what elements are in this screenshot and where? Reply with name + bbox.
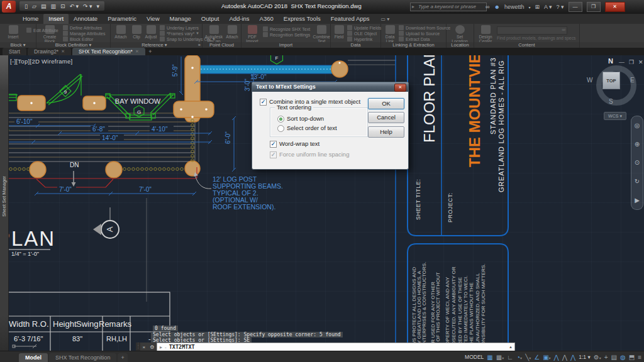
content-search-input[interactable]: ∞ bbox=[497, 26, 567, 35]
new-layout-button[interactable]: + bbox=[118, 353, 127, 362]
panel-label-point-cloud[interactable]: Point Cloud bbox=[203, 42, 241, 48]
select-order-radio[interactable] bbox=[277, 125, 284, 132]
recent-commands-icon[interactable]: ▸ bbox=[160, 344, 162, 350]
viewcube-top-face[interactable]: TOP bbox=[602, 72, 620, 89]
tab-view[interactable]: View bbox=[142, 14, 164, 24]
file-tab-start[interactable]: Start bbox=[3, 48, 26, 55]
panel-label-content[interactable]: Content bbox=[474, 42, 579, 48]
isolate-objects-icon[interactable]: ▤ bbox=[611, 354, 617, 361]
autodesk-app-icon[interactable]: A ▾ bbox=[544, 4, 552, 10]
content-search-icon[interactable]: ∞ bbox=[562, 27, 565, 33]
design-center-button[interactable]: Design Center bbox=[477, 25, 494, 43]
autoscale-icon[interactable]: ⋀ bbox=[562, 354, 567, 361]
viewcube-north[interactable]: N bbox=[608, 57, 613, 65]
extract-data-button[interactable]: Extract Data bbox=[399, 36, 450, 41]
annotation-scale-value[interactable]: 1:1 ▾ bbox=[579, 354, 590, 360]
pan-icon[interactable]: ⊕ bbox=[635, 141, 640, 148]
tab-home[interactable]: Home bbox=[18, 14, 43, 24]
panel-label-linking-extraction[interactable]: Linking & Extraction bbox=[381, 42, 446, 48]
showmotion-icon[interactable]: ▶ bbox=[635, 197, 640, 204]
panel-expand-icon[interactable]: » bbox=[198, 42, 201, 48]
snap-mode-icon[interactable]: ▦ bbox=[487, 354, 492, 361]
signed-in-user[interactable]: hewetth bbox=[504, 4, 525, 10]
save-icon[interactable]: ▤ bbox=[41, 3, 47, 9]
viewport-menu[interactable]: [-] bbox=[10, 58, 16, 65]
tab-featured-apps[interactable]: Featured Apps bbox=[326, 14, 375, 24]
orbit-icon[interactable]: ↻ bbox=[635, 178, 640, 185]
tab-annotate[interactable]: Annotate bbox=[69, 14, 103, 24]
sort-top-down-radio[interactable] bbox=[277, 116, 284, 123]
viewcube-south[interactable]: S bbox=[609, 98, 613, 105]
user-dropdown-icon[interactable]: ▾ bbox=[528, 5, 530, 9]
close-tab-icon[interactable]: ✕ bbox=[135, 49, 139, 54]
annotation-visibility-icon[interactable]: ⋀ bbox=[554, 354, 559, 361]
maximize-button[interactable]: ❐ bbox=[587, 2, 601, 12]
insert-block-button[interactable]: Insert bbox=[3, 25, 24, 39]
ok-button[interactable]: OK bbox=[368, 98, 404, 109]
attach-button[interactable]: Attach bbox=[113, 25, 128, 39]
panel-label-block-definition[interactable]: Block Definition ▾ bbox=[36, 42, 110, 48]
recognize-shx-text-button[interactable]: Recognize SHX Text bbox=[263, 26, 310, 31]
dialog-close-button[interactable]: ✕ bbox=[394, 84, 406, 92]
tab-manage[interactable]: Manage bbox=[165, 14, 196, 24]
panel-label-location[interactable]: Location bbox=[447, 42, 474, 48]
recognition-settings-button[interactable]: Recognition Settings bbox=[263, 32, 310, 37]
word-wrap-checkbox[interactable]: ✓ bbox=[270, 141, 277, 148]
ribbon-display-toggle-icon[interactable]: ▭ ▾ bbox=[381, 16, 390, 24]
viewcube-east[interactable]: E bbox=[630, 77, 635, 84]
panel-label-reference[interactable]: Reference ▾ » bbox=[111, 42, 202, 48]
search-go-icon[interactable]: ▸ bbox=[412, 3, 414, 11]
combine-text-button[interactable]: Combine Text bbox=[313, 25, 330, 43]
tab-output[interactable]: Output bbox=[196, 14, 225, 24]
undo-icon[interactable]: ↶ ▾ bbox=[69, 3, 79, 9]
viewport-controls[interactable]: [-][Top][2D Wireframe] bbox=[10, 58, 73, 65]
create-block-button[interactable]: Create Block bbox=[39, 25, 60, 43]
open-file-icon[interactable]: ▱ bbox=[32, 3, 36, 9]
hyperlink-button[interactable]: Hyperlink bbox=[347, 36, 381, 41]
attach-pointcloud-button[interactable]: Attach bbox=[225, 25, 239, 39]
close-tab-icon[interactable]: ✕ bbox=[61, 49, 65, 54]
qat-customize-icon[interactable]: ▾ bbox=[97, 3, 100, 9]
annotation-scale-icon[interactable]: ⋀ bbox=[570, 354, 575, 361]
new-drawing-tab-button[interactable]: + bbox=[147, 48, 154, 55]
download-from-source-button[interactable]: Download from Source bbox=[399, 25, 450, 30]
workspace-switching-icon[interactable]: ⚙▾ bbox=[594, 354, 601, 361]
layout-tab-shx[interactable]: SHX Text Recognition bbox=[49, 353, 116, 362]
sheet-set-manager-palette[interactable]: Sheet Set Manager bbox=[0, 55, 9, 351]
application-menu-icon[interactable]: A bbox=[2, 1, 16, 13]
isodraft-icon[interactable]: ╲▾ bbox=[525, 354, 531, 361]
block-editor-button[interactable]: Block Editor bbox=[63, 36, 105, 41]
drawing-canvas[interactable]: 6'-10" 6'-8" 4'-10" 14'-0" 7'-0" 7'-0" 1… bbox=[0, 55, 644, 351]
object-snap-icon[interactable]: ▣▾ bbox=[543, 354, 550, 361]
status-menu-icon[interactable]: ≡ bbox=[638, 354, 641, 361]
autodesk-recap-button[interactable]: Autodesk ReCap bbox=[205, 25, 223, 43]
data-link-button[interactable]: Data Link bbox=[384, 25, 396, 43]
search-binoculars-icon[interactable]: ∞ bbox=[486, 4, 489, 10]
file-tab-shx-text-recognition[interactable]: SHX Text Recognition*✕ bbox=[72, 48, 145, 55]
save-as-icon[interactable]: ▥ bbox=[50, 3, 56, 9]
graphics-performance-icon[interactable]: ◍ bbox=[620, 354, 626, 361]
print-icon[interactable]: ⊡ bbox=[60, 3, 65, 9]
model-space-label[interactable]: MODEL bbox=[465, 354, 484, 360]
wcs-dropdown[interactable]: WCS ▾ bbox=[604, 112, 626, 120]
panel-label-data[interactable]: Data bbox=[331, 42, 380, 48]
object-snap-tracking-icon[interactable]: ∠ bbox=[534, 354, 540, 361]
command-line-grip[interactable]: ⋮⋮ bbox=[136, 343, 140, 351]
tab-parametric[interactable]: Parametric bbox=[103, 14, 142, 24]
layout-tab-model[interactable]: Model bbox=[19, 353, 48, 362]
close-button[interactable]: ✕ bbox=[605, 2, 625, 12]
clip-button[interactable]: Clip bbox=[131, 25, 142, 39]
grid-display-icon[interactable]: ▦▾ bbox=[496, 354, 504, 361]
polar-tracking-icon[interactable]: ◔▾ bbox=[516, 354, 522, 361]
help-icon[interactable]: ? ▾ bbox=[557, 4, 564, 10]
command-input[interactable]: ▸ - TXT2MTXT ▲ bbox=[157, 343, 515, 351]
panel-label-block[interactable]: Block ▾ bbox=[0, 42, 36, 48]
field-button[interactable]: Field bbox=[333, 25, 345, 39]
customization-icon[interactable]: + bbox=[604, 354, 608, 361]
new-file-icon[interactable]: ▯ bbox=[25, 3, 28, 9]
redo-icon[interactable]: ↷ ▾ bbox=[83, 3, 92, 9]
define-attributes-button[interactable]: Define Attributes bbox=[63, 25, 105, 30]
combine-checkbox[interactable]: ✓ bbox=[260, 99, 267, 106]
tab-addins[interactable]: Add-ins bbox=[224, 14, 254, 24]
ole-object-button[interactable]: OLE Object bbox=[347, 31, 381, 36]
